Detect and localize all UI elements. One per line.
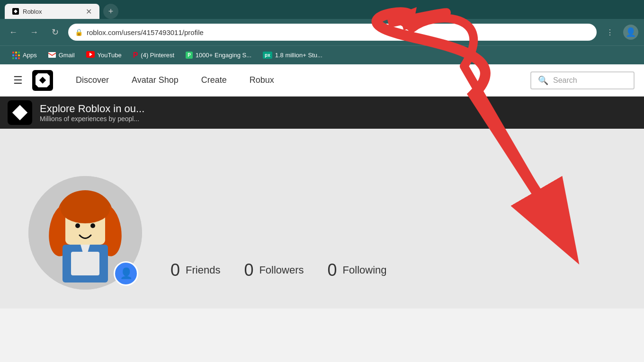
pixabay-icon: P [186, 52, 193, 59]
pinterest-icon: P [133, 51, 138, 60]
friends-stat: 0 Friends [170, 260, 220, 280]
tab-close[interactable]: ✕ [86, 7, 92, 16]
svg-point-9 [75, 223, 80, 228]
active-tab[interactable]: Roblox ✕ [5, 4, 99, 19]
followers-label: Followers [259, 264, 304, 276]
tab-bar: Roblox ✕ + [0, 0, 644, 19]
youtube-icon [86, 51, 95, 59]
bookmark-pixabay[interactable]: P 1000+ Engaging S... [181, 50, 256, 61]
search-icon: 🔍 [538, 75, 548, 86]
bookmark-pexels[interactable]: px 1.8 million+ Stu... [258, 50, 327, 61]
bookmark-pixabay-label: 1000+ Engaging S... [196, 52, 251, 59]
roblox-logo [32, 70, 53, 91]
new-tab-btn[interactable]: + [103, 4, 118, 19]
svg-rect-12 [71, 252, 99, 275]
search-placeholder: Search [553, 76, 577, 85]
notif-title: Explore Roblox in ou... [40, 103, 144, 115]
online-status-badge: 👤 [114, 261, 138, 286]
url-text: roblox.com/users/4157493011/profile [87, 28, 590, 36]
followers-stat: 0 Followers [244, 260, 304, 280]
hamburger-menu-button[interactable]: ☰ [9, 72, 27, 89]
reload-button[interactable]: ↻ [47, 25, 63, 40]
bookmarks-bar: Apps Gmail YouTube P (4) Pinterest P 100… [0, 45, 644, 64]
friends-label: Friends [186, 264, 220, 276]
search-box[interactable]: 🔍 Search [530, 71, 635, 89]
roblox-nav: ☰ Discover Avatar Shop Create Robux 🔍 Se… [0, 64, 644, 97]
roblox-diamond-icon [38, 76, 47, 85]
bookmark-pinterest-label: (4) Pinterest [141, 52, 174, 59]
following-label: Following [343, 264, 387, 276]
gmail-icon [48, 52, 56, 59]
following-count: 0 [328, 260, 337, 280]
tab-favicon [12, 8, 19, 15]
following-stat: 0 Following [328, 260, 387, 280]
nav-link-create[interactable]: Create [190, 64, 238, 97]
bookmark-apps[interactable]: Apps [8, 50, 42, 61]
profile-avatar-container: 👤 [28, 176, 142, 290]
lock-icon: 🔒 [75, 28, 83, 36]
bookmark-youtube[interactable]: YouTube [81, 49, 126, 61]
tab-title: Roblox [23, 8, 42, 15]
followers-count: 0 [244, 260, 253, 280]
bookmark-pexels-label: 1.8 million+ Stu... [275, 52, 322, 59]
friends-count: 0 [170, 260, 180, 280]
bookmark-gmail-label: Gmail [59, 52, 75, 59]
person-icon: 👤 [120, 267, 133, 280]
notif-subtitle: Millions of experiences by peopl... [40, 115, 144, 123]
svg-point-10 [90, 223, 95, 228]
forward-button[interactable]: → [27, 25, 42, 40]
nav-link-discover[interactable]: Discover [64, 64, 120, 97]
notification-bar: Explore Roblox in ou... Millions of expe… [0, 97, 644, 129]
address-bar-row: ← → ↻ 🔒 roblox.com/users/4157493011/prof… [0, 19, 644, 45]
back-button[interactable]: ← [6, 25, 21, 40]
bookmark-gmail[interactable]: Gmail [44, 50, 80, 61]
extensions-button[interactable]: ⋮ [602, 25, 617, 40]
apps-icon [12, 52, 20, 59]
roblox-logo-inner [36, 73, 50, 88]
bookmark-apps-label: Apps [23, 52, 37, 59]
notif-content: Explore Roblox in ou... Millions of expe… [40, 103, 144, 123]
address-bar[interactable]: 🔒 roblox.com/users/4157493011/profile [68, 24, 597, 41]
bookmark-pinterest[interactable]: P (4) Pinterest [128, 49, 179, 62]
svg-point-8 [61, 195, 110, 223]
browser-chrome: Roblox ✕ + ← → ↻ 🔒 roblox.com/users/4157… [0, 0, 644, 64]
profile-section: 👤 0 Friends 0 Followers 0 Following [0, 129, 644, 309]
profile-stats: 0 Friends 0 Followers 0 Following [170, 260, 387, 290]
roblox-nav-links: Discover Avatar Shop Create Robux [64, 64, 530, 97]
nav-link-avatar-shop[interactable]: Avatar Shop [120, 64, 190, 97]
pexels-icon: px [263, 52, 272, 59]
notif-roblox-icon [8, 100, 32, 125]
bookmark-youtube-label: YouTube [98, 52, 122, 59]
profile-button[interactable]: 👤 [623, 25, 638, 40]
nav-link-robux[interactable]: Robux [238, 64, 286, 97]
